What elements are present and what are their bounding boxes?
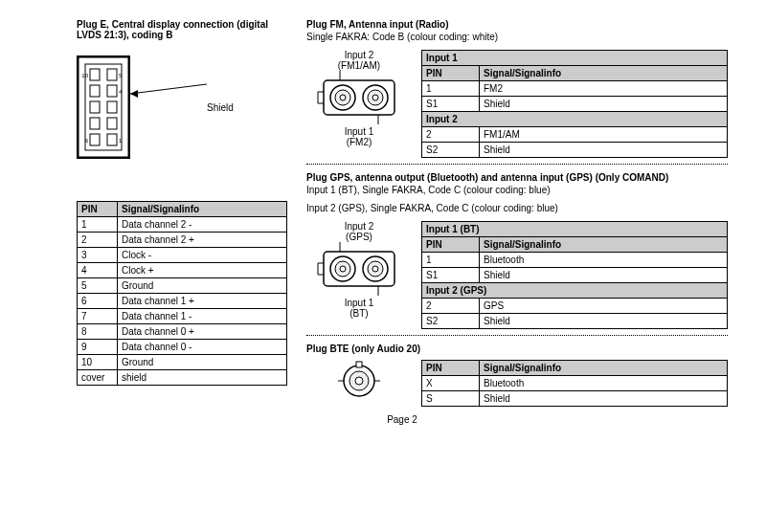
plug-fm-label-top: Input 2(FM1/AM) — [306, 50, 412, 71]
svg-marker-18 — [130, 90, 138, 98]
table-row: 2Data channel 2 + — [78, 233, 287, 248]
plug-fm-th-pin: PIN — [422, 66, 480, 81]
table-row: 5Ground — [78, 278, 287, 294]
table-row: 6Data channel 1 + — [78, 294, 287, 309]
table-row: 10Ground — [78, 355, 287, 370]
table-row: 2GPS — [422, 299, 728, 314]
plug-bte-pin-table: PINSignal/Signalinfo XBluetooth SShield — [421, 360, 728, 407]
table-row: 3Clock - — [78, 248, 287, 263]
svg-rect-5 — [90, 101, 100, 113]
plug-e-pin-table: PIN Signal/Signalinfo 1Data channel 2 - … — [77, 201, 287, 386]
plug-fm-pin-table: Input 1 PINSignal/Signalinfo 1FM2 S1Shie… — [421, 50, 728, 158]
plug-gps-connector-diagram: Input 2(GPS) Input 1(BT) — [306, 221, 412, 319]
table-row: S2Shield — [422, 143, 728, 158]
svg-rect-4 — [90, 85, 100, 97]
plug-bte-connector-diagram — [306, 360, 412, 404]
plug-gps-section1: Input 1 (BT) — [422, 222, 728, 237]
plug-e-title: Plug E, Central display connection (digi… — [77, 19, 287, 40]
plug-fm-th-signal: Signal/Signalinfo — [480, 66, 728, 81]
table-row: XBluetooth — [422, 376, 728, 391]
table-row: 8Data channel 0 + — [78, 324, 287, 340]
svg-rect-13 — [107, 101, 117, 113]
svg-rect-11 — [107, 85, 117, 97]
plug-fm-connector-diagram: Input 2(FM1/AM) Input 1(FM2) — [306, 50, 412, 147]
table-row: S2Shield — [422, 314, 728, 329]
svg-rect-15 — [107, 134, 117, 145]
plug-gps-line2: Input 2 (GPS), Single FAKRA, Code C (col… — [306, 203, 728, 213]
table-row: S1Shield — [422, 97, 728, 112]
plug-e-th-pin: PIN — [78, 202, 118, 217]
plug-bte-th-signal: Signal/Signalinfo — [480, 361, 728, 376]
plug-gps-section2: Input 2 (GPS) — [422, 283, 728, 299]
table-row: 1Data channel 2 - — [78, 217, 287, 233]
plug-gps-pin-table: Input 1 (BT) PINSignal/Signalinfo 1Bluet… — [421, 221, 728, 329]
table-row: S1Shield — [422, 268, 728, 283]
table-row: covershield — [78, 370, 287, 386]
svg-rect-2 — [90, 69, 100, 80]
plug-bte-title: Plug BTE (only Audio 20) — [306, 344, 728, 354]
svg-point-36 — [372, 266, 378, 272]
svg-rect-6 — [90, 118, 100, 129]
table-row: 7Data channel 1 - — [78, 309, 287, 324]
plug-e-connector-diagram: 10 6 5 4 1 Shield — [77, 55, 287, 159]
plug-bte-th-pin: PIN — [422, 361, 480, 376]
plug-fm-section1: Input 1 — [422, 51, 728, 66]
svg-rect-9 — [107, 69, 117, 80]
svg-rect-40 — [356, 362, 362, 367]
svg-point-33 — [340, 266, 346, 272]
svg-rect-14 — [107, 118, 117, 129]
plug-fm-section2: Input 2 — [422, 112, 728, 127]
table-row: 1Bluetooth — [422, 253, 728, 268]
table-row: 4Clock + — [78, 263, 287, 278]
svg-point-27 — [372, 95, 378, 100]
plug-e-shield-label: Shield — [207, 102, 234, 113]
plug-e-th-signal: Signal/Signalinfo — [118, 202, 287, 217]
divider — [306, 335, 728, 336]
plug-fm-title: Plug FM, Antenna input (Radio) — [306, 19, 728, 30]
plug-gps-title: Plug GPS, antenna output (Bluetooth) and… — [306, 172, 728, 183]
table-row: SShield — [422, 391, 728, 407]
svg-point-24 — [340, 95, 346, 100]
svg-text:10: 10 — [81, 73, 88, 78]
plug-fm-label-bottom: Input 1(FM2) — [306, 126, 412, 147]
table-row: 1FM2 — [422, 81, 728, 97]
plug-gps-label-bottom: Input 1(BT) — [306, 298, 412, 319]
divider — [306, 164, 728, 165]
plug-fm-subtitle: Single FAKRA: Code B (colour coding: whi… — [306, 32, 728, 42]
plug-gps-label-top: Input 2(GPS) — [306, 221, 412, 242]
page-number: Page 2 — [77, 414, 728, 425]
plug-gps-line1: Input 1 (BT), Single FAKRA, Code C (colo… — [306, 185, 728, 195]
plug-gps-th-signal: Signal/Signalinfo — [480, 237, 728, 253]
svg-rect-7 — [90, 134, 100, 145]
plug-gps-th-pin: PIN — [422, 237, 480, 253]
svg-point-39 — [355, 377, 363, 385]
svg-line-17 — [130, 84, 207, 94]
table-row: 2FM1/AM — [422, 127, 728, 143]
table-row: 9Data channel 0 - — [78, 340, 287, 355]
